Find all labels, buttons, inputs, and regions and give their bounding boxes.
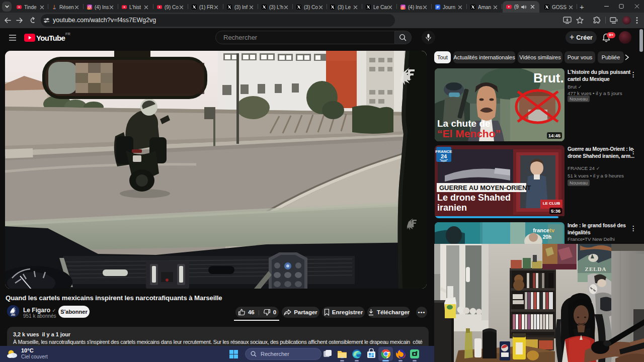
svg-text:“El Mencho”: “El Mencho” — [437, 128, 501, 139]
svg-text:GUERRE AU MOYEN-ORIENT: GUERRE AU MOYEN-ORIENT — [439, 184, 531, 192]
svg-text:Le drone Shahed: Le drone Shahed — [437, 193, 511, 203]
svg-text:francetv: francetv — [533, 227, 555, 233]
svg-text:iranien: iranien — [437, 203, 467, 213]
svg-text:ZELDA: ZELDA — [585, 266, 607, 272]
svg-text:LE CLUB: LE CLUB — [543, 201, 560, 206]
svg-text:La chute de: La chute de — [437, 118, 491, 129]
svg-text:20h: 20h — [543, 234, 551, 240]
svg-text:24: 24 — [441, 153, 447, 159]
svg-text:Brut.: Brut. — [533, 70, 564, 85]
svg-text:20¢: 20¢ — [11, 313, 16, 316]
svg-text:P: P — [436, 5, 439, 10]
